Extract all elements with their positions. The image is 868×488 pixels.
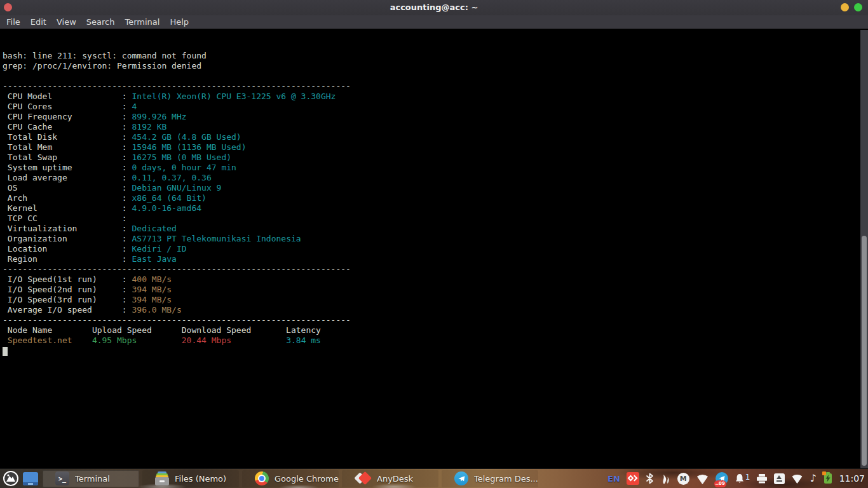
menu-search[interactable]: Search: [81, 15, 120, 29]
terminal-line: Kernel : 4.9.0-16-amd64: [3, 203, 860, 214]
taskbar-window-anydesk[interactable]: AnyDesk: [342, 470, 438, 487]
terminal-line: [3, 71, 860, 81]
terminal-line: ----------------------------------------…: [3, 81, 860, 92]
taskbar-window-label: Files (Nemo): [175, 474, 226, 484]
terminal-line: Node Name Upload Speed Download Speed La…: [3, 325, 860, 336]
battery-icon[interactable]: [824, 473, 832, 484]
taskbar-window-terminal[interactable]: >_ Terminal: [43, 470, 139, 487]
terminal-line: Total Swap : 16275 MB (0 MB Used): [3, 152, 860, 163]
removable-drives-icon[interactable]: [774, 473, 785, 484]
mega-icon[interactable]: M: [677, 473, 689, 485]
terminal-line: Organization : AS7713 PT Telekomunikasi …: [3, 234, 860, 244]
window-title: accounting@acc: ~: [0, 0, 868, 15]
terminal-menubar: File Edit View Search Terminal Help: [0, 15, 868, 29]
terminal-line: CPU Frequency : 899.926 MHz: [3, 112, 860, 122]
terminal-line: Load average : 0.11, 0.37, 0.36: [3, 173, 860, 183]
terminal-line: ----------------------------------------…: [3, 315, 860, 325]
file-manager-icon: [155, 471, 169, 485]
telegram-unread-badge: ..09: [714, 480, 726, 487]
network-icon[interactable]: [791, 473, 803, 484]
chrome-icon: [255, 471, 269, 485]
terminal-line: bash: line 211: sysctl: command not foun…: [3, 51, 860, 61]
terminal-line: Total Mem : 15946 MB (1136 MB Used): [3, 142, 860, 152]
terminal-line: Region : East Java: [3, 254, 860, 264]
terminal-line: CPU Cache : 8192 KB: [3, 122, 860, 132]
terminal-line: TCP CC :: [3, 214, 860, 224]
taskbar-window-label: Terminal: [75, 474, 110, 484]
menu-view[interactable]: View: [51, 15, 81, 29]
terminal-line: grep: /proc/1/environ: Permission denied: [3, 61, 860, 71]
terminal-line: Location : Kediri / ID: [3, 244, 860, 254]
desktop: accounting@acc: ~ File Edit View Search …: [0, 0, 868, 488]
terminal-line: I/O Speed(1st run) : 400 MB/s: [3, 274, 860, 285]
clock[interactable]: 11:07: [839, 473, 865, 484]
notification-count: 1: [745, 473, 750, 481]
terminal-cursor: [3, 347, 8, 356]
terminal-icon: >_: [55, 471, 69, 485]
terminal-line: CPU Model : Intel(R) Xeon(R) CPU E3-1225…: [3, 92, 860, 102]
terminal-line: Arch : x86_64 (64 Bit): [3, 193, 860, 203]
terminal-screen[interactable]: bash: line 211: sysctl: command not foun…: [0, 30, 860, 468]
show-desktop-icon: [23, 472, 38, 485]
system-tray: EN M ..09: [607, 469, 868, 488]
terminal-line: Total Disk : 454.2 GB (4.8 GB Used): [3, 132, 860, 142]
terminal-line: [3, 346, 860, 356]
minimize-button[interactable]: [841, 3, 849, 11]
menu-help[interactable]: Help: [165, 15, 194, 29]
taskbar-window-label: AnyDesk: [377, 474, 413, 484]
bluetooth-icon[interactable]: [646, 473, 654, 484]
taskbar-window-files[interactable]: Files (Nemo): [142, 470, 239, 487]
terminal-line: I/O Speed(2nd run) : 394 MB/s: [3, 285, 860, 295]
terminal-line: OS : Debian GNU/Linux 9: [3, 183, 860, 193]
terminal-line: System uptime : 0 days, 0 hour 47 min: [3, 163, 860, 173]
bell-icon: [735, 473, 745, 484]
terminal-line: I/O Speed(3rd run) : 394 MB/s: [3, 295, 860, 305]
menu-edit[interactable]: Edit: [25, 15, 51, 29]
show-desktop-button[interactable]: [22, 470, 39, 487]
maximize-button[interactable]: [854, 3, 862, 11]
keyboard-layout-indicator[interactable]: EN: [607, 474, 620, 484]
terminal-scrollbar[interactable]: [860, 30, 868, 468]
terminal-line: Speedtest.net 4.95 Mbps 20.44 Mbps 3.84 …: [3, 336, 860, 346]
taskbar: >_ Terminal Files (Nemo) Google Chrome A…: [0, 468, 868, 488]
music-player-icon[interactable]: ♪: [810, 473, 816, 484]
notifications-applet[interactable]: 1: [735, 473, 750, 484]
printer-icon[interactable]: [756, 473, 768, 484]
terminal-output: bash: line 211: sysctl: command not foun…: [3, 51, 860, 356]
menu-icon: [3, 471, 18, 486]
telegram-tray-icon[interactable]: ..09: [715, 472, 728, 485]
menu-file[interactable]: File: [1, 15, 25, 29]
terminal-line: ----------------------------------------…: [3, 264, 860, 274]
terminal-line: Average I/O speed : 396.0 MB/s: [3, 305, 860, 315]
taskbar-window-chrome[interactable]: Google Chrome: [242, 470, 339, 487]
terminal-line: CPU Cores : 4: [3, 102, 860, 112]
anydesk-tray-icon[interactable]: [627, 472, 639, 485]
menu-terminal[interactable]: Terminal: [119, 15, 165, 29]
taskbar-window-label: Telegram Des...: [474, 474, 538, 484]
terminal-line: Virtualization : Dedicated: [3, 224, 860, 234]
taskbar-window-telegram[interactable]: Telegram Des...: [442, 470, 538, 487]
scrollbar-thumb[interactable]: [862, 236, 867, 466]
terminal-window-titlebar[interactable]: accounting@acc: ~: [0, 0, 868, 15]
taskbar-left: >_ Terminal Files (Nemo) Google Chrome A…: [0, 469, 538, 488]
wifi-icon[interactable]: [696, 473, 709, 484]
telegram-icon: [454, 471, 468, 485]
taskbar-window-label: Google Chrome: [275, 474, 339, 484]
flame-icon[interactable]: [660, 473, 671, 485]
anydesk-icon: [355, 471, 371, 485]
menu-button[interactable]: [2, 470, 20, 487]
